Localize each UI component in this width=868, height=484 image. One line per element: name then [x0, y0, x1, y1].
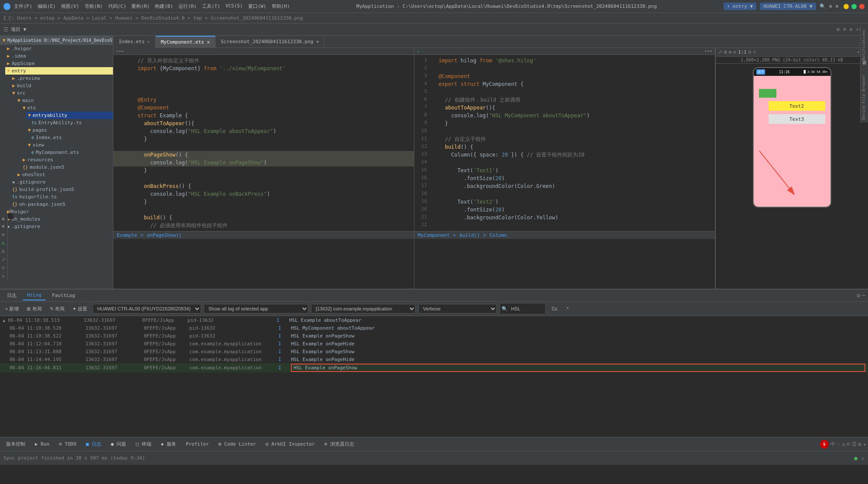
menu-file[interactable]: 文件(F): [14, 3, 32, 10]
sidebar-item-gitignore[interactable]: ✱ .gitignore: [10, 178, 113, 186]
toolbar-icon-1[interactable]: C: [2, 15, 8, 21]
menu-refactor[interactable]: 重构(R): [131, 3, 150, 10]
device-filter-select[interactable]: HUAWEI CTR-AL00 (PXUYD22628020934): [92, 304, 201, 314]
preview-icon-zoomin[interactable]: ⊕: [729, 49, 732, 55]
code-line[interactable]: 20 .fontSize(20): [414, 206, 715, 214]
code-line[interactable]: import {MyComponent} from '../view/MyCom…: [113, 65, 414, 72]
icon-settings2[interactable]: ✦: [863, 441, 866, 447]
code-line[interactable]: 5: [414, 88, 715, 96]
code-line[interactable]: console.log("HSL Example onBackPress"): [113, 190, 414, 198]
menu-code[interactable]: 代码(C): [108, 3, 126, 10]
sidebar-item-preview[interactable]: ▶ .preview: [10, 75, 113, 82]
log-minimize-icon[interactable]: ─: [862, 292, 865, 299]
footer-tab-run[interactable]: ▶ Run: [31, 440, 54, 449]
sidebar-item-entry[interactable]: ▼ entry: [5, 67, 113, 75]
footer-tab-profiler[interactable]: Profiler: [181, 440, 213, 449]
sidebar-item-build[interactable]: ▶ build: [10, 82, 113, 89]
code-line[interactable]: 2: [414, 65, 715, 72]
preview-icon-zoomout[interactable]: ⊖: [733, 49, 736, 55]
footer-tab-todo[interactable]: ≡ TODO: [55, 440, 81, 449]
code-line[interactable]: 21 .backgroundColor(Color.Yellow): [414, 214, 715, 222]
code-panel-index[interactable]: ••• // 导入外部自定义子组件 import {MyComponent} f…: [113, 48, 414, 289]
right-tab-device-file[interactable]: Device File Browser: [861, 72, 868, 123]
code-line[interactable]: 13 Column({ space: 20 }) { // 设置子组件间距为10: [414, 151, 715, 159]
sidebar-item-view[interactable]: ▼ view: [26, 141, 113, 149]
sidebar-item-hvigor2[interactable]: ▶ hvigor: [5, 208, 113, 215]
code-line[interactable]: console.log("HSL Example aboutToAppear"): [113, 127, 414, 135]
menu-help[interactable]: 帮助(H): [272, 3, 290, 10]
log-regex-btn[interactable]: .*: [563, 305, 571, 312]
tab-mycomponent[interactable]: MyComponent.ets ✕: [156, 36, 216, 48]
sidebar-item-entryabilityts[interactable]: ts EntryAbility.ts: [0, 119, 113, 126]
log-row-last[interactable]: 06-04 11:16:04.811 13632-31697 0FEFE/JsA…: [0, 363, 868, 372]
sidebar-item-ohostest[interactable]: ▶ ohosTest: [16, 171, 113, 178]
code-line[interactable]: // 导入外部自定义子组件: [113, 57, 414, 65]
sidebar-item-ohmodules[interactable]: ▶ oh_modules: [5, 215, 113, 223]
menu-tools[interactable]: 工具(T): [202, 3, 220, 10]
code-line[interactable]: [113, 80, 414, 88]
code-line[interactable]: onBackPress() {: [113, 182, 414, 190]
right-tab-advice[interactable]: 改进建议: [861, 65, 868, 72]
menu-window[interactable]: 窗口(W): [248, 3, 267, 10]
code-line[interactable]: [113, 206, 414, 214]
right-tab-notifications[interactable]: Notifications: [861, 26, 868, 64]
code-line[interactable]: 15 Text('Text1'): [414, 167, 715, 174]
code-line[interactable]: 12 build() {: [414, 143, 715, 151]
icon-git2[interactable]: ⌂: [842, 441, 845, 447]
icon-settings[interactable]: ⚙: [829, 3, 832, 9]
code-line[interactable]: @Component: [113, 104, 414, 112]
sidebar-item-entryability[interactable]: ▼ entryability: [26, 112, 113, 119]
menu-build[interactable]: 构建(B): [155, 3, 173, 10]
menu-edit[interactable]: 编辑(E): [38, 3, 56, 10]
footer-tab-log[interactable]: ■ 日志: [82, 439, 106, 449]
sidebar-item-main[interactable]: ▼ main: [16, 97, 113, 104]
code-line[interactable]: 11 // 自定义子组件: [414, 135, 715, 143]
sidebar-item-hvigor[interactable]: ▶ .hvigor: [5, 45, 113, 52]
code-line[interactable]: 17 .backgroundColor(Color.Green): [414, 182, 715, 190]
preview-icon-expand[interactable]: ⤢: [718, 49, 722, 55]
sidebar-item-appscope[interactable]: ▶ AppScope: [5, 60, 113, 67]
log-content[interactable]: ▲ 06-04 11:10:38.519 13632-31697 0FEFE/J…: [0, 316, 868, 437]
preview-icon-fit[interactable]: ⊡: [748, 49, 752, 55]
code-line[interactable]: onPageShow() {: [113, 151, 414, 159]
minimize-button[interactable]: [844, 4, 849, 9]
code-line[interactable]: [113, 72, 414, 80]
code-line[interactable]: [113, 174, 414, 182]
code-line[interactable]: @Entry: [113, 96, 414, 104]
log-settings-btn[interactable]: ✦ 设置: [70, 305, 90, 313]
toolbar-align[interactable]: ≡: [843, 27, 846, 32]
icon-search[interactable]: 🔍: [820, 3, 826, 9]
toolbar-reformat[interactable]: ⊞: [837, 27, 840, 32]
icon-dot1[interactable]: ·: [837, 441, 840, 447]
app-filter-select[interactable]: Show all log of selected app: [204, 304, 308, 314]
toolbar-dots-left[interactable]: •••: [116, 49, 124, 54]
toolbar-gear[interactable]: ⚙: [850, 27, 853, 32]
footer-tab-services[interactable]: ◆ 服务: [157, 439, 181, 449]
sidebar-item-gitignore2[interactable]: ✱ .gitignore: [5, 223, 113, 230]
menu-nav[interactable]: 导航(N): [85, 3, 103, 10]
footer-tab-terminal[interactable]: □ 终端: [131, 439, 155, 449]
code-line[interactable]: struct Example {: [113, 112, 414, 119]
sidebar-toggle[interactable]: ☰: [3, 27, 8, 33]
footer-tab-arkui[interactable]: ⊡ ArkUI Inspector: [261, 440, 319, 449]
code-line[interactable]: 4 export struct MyComponent {: [414, 80, 715, 88]
code-line[interactable]: build() {: [113, 214, 414, 222]
footer-tab-problems[interactable]: ● 问题: [106, 439, 130, 449]
sidebar-item-ohpackage[interactable]: {} oh-package.json5: [10, 201, 113, 208]
log-row[interactable]: 06-04 11:14:44.195 13632-31697 0FEFE/JsA…: [0, 355, 868, 363]
log-rename-btn[interactable]: ✎ 布局: [47, 305, 67, 313]
log-row[interactable]: 06-04 11:10:38.522 13632-31697 0FEFE/JsA…: [0, 332, 868, 340]
code-line[interactable]: 1 import hilog from '@ohos.hilog': [414, 57, 715, 65]
code-line[interactable]: 6 // 创建组件，build 之前调用: [414, 96, 715, 104]
tab-index-close[interactable]: ✕: [147, 39, 150, 44]
close-button[interactable]: [859, 4, 865, 9]
sidebar-item-resources[interactable]: ▶ resources: [21, 156, 113, 164]
sidebar-item-buildprofile[interactable]: {} build-profile.json5: [10, 186, 113, 193]
log-row[interactable]: 06-04 11:13:31.888 13632-31697 0FEFE/JsA…: [0, 348, 868, 355]
code-line[interactable]: [113, 88, 414, 96]
code-line[interactable]: 9 }: [414, 119, 715, 127]
level-filter-select[interactable]: Verbose: [418, 304, 497, 314]
icon-list2[interactable]: ☰: [852, 441, 857, 447]
code-line[interactable]: 8 console.log("HSL MyComponent aboutToAp…: [414, 112, 715, 119]
sidebar-item-mycomponent[interactable]: e MyComponent.ets: [0, 149, 113, 156]
